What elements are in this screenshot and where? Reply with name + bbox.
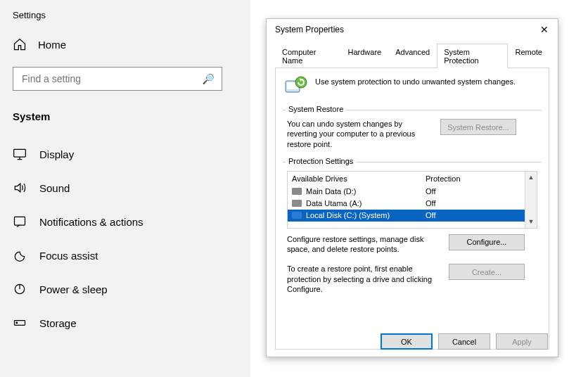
- nav-display[interactable]: Display: [13, 143, 238, 165]
- tab-hardware[interactable]: Hardware: [341, 44, 389, 68]
- display-icon: [13, 147, 27, 161]
- drive-name: Local Disk (C:) (System): [306, 211, 390, 219]
- tab-computer-name[interactable]: Computer Name: [275, 44, 341, 68]
- drive-protection: Off: [426, 187, 532, 196]
- drive-row[interactable]: Main Data (D:) Off: [288, 186, 537, 198]
- drive-icon: [292, 212, 302, 219]
- scrollbar[interactable]: ▲ ▼: [525, 172, 537, 228]
- close-button[interactable]: ✕: [538, 24, 551, 35]
- cancel-button[interactable]: Cancel: [438, 333, 490, 350]
- nav-sound[interactable]: Sound: [13, 177, 238, 198]
- drive-protection: Off: [426, 211, 532, 219]
- system-properties-dialog: System Properties ✕ Computer Name Hardwa…: [266, 18, 558, 357]
- svg-rect-0: [14, 149, 26, 157]
- drives-list[interactable]: Available Drives Protection Main Data (D…: [287, 171, 537, 229]
- shield-restore-icon: [283, 75, 308, 100]
- search-input[interactable]: [20, 72, 189, 85]
- nav-storage[interactable]: Storage: [13, 312, 238, 333]
- intro-text: Use system protection to undo unwanted s…: [315, 75, 516, 86]
- settings-title: Settings: [13, 10, 238, 20]
- search-icon: 🔍: [203, 73, 215, 84]
- home-icon: [13, 37, 27, 51]
- create-text: To create a restore point, first enable …: [287, 264, 442, 294]
- sound-icon: [13, 181, 27, 195]
- dialog-footer: OK Cancel Apply: [381, 333, 548, 350]
- notifications-icon: [13, 215, 27, 229]
- nav-label: Focus assist: [39, 250, 98, 262]
- home-label: Home: [38, 39, 66, 51]
- protection-settings-legend: Protection Settings: [286, 157, 356, 165]
- nav-label: Notifications & actions: [39, 216, 143, 228]
- create-button[interactable]: Create...: [449, 264, 525, 280]
- ok-button[interactable]: OK: [381, 333, 433, 350]
- protection-settings-group: Protection Settings Available Drives Pro…: [283, 162, 542, 297]
- nav-focus-assist[interactable]: Focus assist: [13, 245, 238, 266]
- system-restore-legend: System Restore: [286, 105, 346, 113]
- home-nav[interactable]: Home: [13, 37, 238, 51]
- drive-icon: [292, 188, 302, 195]
- dialog-title: System Properties: [275, 25, 344, 34]
- nav-notifications[interactable]: Notifications & actions: [13, 211, 238, 232]
- scroll-down-icon[interactable]: ▼: [525, 216, 537, 228]
- drive-name: Data Utama (A:): [306, 199, 362, 207]
- power-icon: [13, 282, 27, 296]
- tab-advanced[interactable]: Advanced: [388, 44, 437, 68]
- svg-rect-1: [15, 217, 25, 225]
- nav-power-sleep[interactable]: Power & sleep: [13, 279, 238, 300]
- nav-label: Storage: [39, 317, 77, 329]
- apply-button[interactable]: Apply: [496, 333, 548, 350]
- storage-icon: [13, 316, 27, 330]
- configure-text: Configure restore settings, manage disk …: [287, 234, 442, 255]
- tab-strip: Computer Name Hardware Advanced System P…: [275, 43, 549, 68]
- col-protection: Protection: [426, 174, 532, 183]
- nav-label: Sound: [39, 182, 70, 194]
- drive-row[interactable]: Local Disk (C:) (System) Off: [288, 210, 537, 222]
- tab-system-protection[interactable]: System Protection: [437, 44, 508, 68]
- svg-point-4: [16, 322, 18, 324]
- tab-remote[interactable]: Remote: [508, 44, 549, 68]
- system-restore-group: System Restore You can undo system chang…: [283, 110, 542, 155]
- col-available-drives: Available Drives: [292, 174, 426, 183]
- svg-point-7: [295, 77, 307, 88]
- settings-panel: Settings Home 🔍 System Display Sound Not…: [0, 0, 250, 377]
- focus-assist-icon: [13, 248, 27, 262]
- system-protection-panel: Use system protection to undo unwanted s…: [275, 68, 549, 350]
- dialog-titlebar: System Properties ✕: [267, 19, 558, 40]
- settings-search[interactable]: 🔍: [13, 67, 222, 91]
- section-header: System: [13, 110, 238, 122]
- nav-label: Power & sleep: [39, 283, 108, 295]
- scroll-up-icon[interactable]: ▲: [525, 172, 537, 184]
- system-restore-button[interactable]: System Restore...: [440, 119, 516, 135]
- system-restore-text: You can undo system changes by reverting…: [287, 119, 433, 149]
- drive-icon: [292, 200, 302, 207]
- drive-name: Main Data (D:): [306, 187, 357, 196]
- drive-row[interactable]: Data Utama (A:) Off: [288, 198, 537, 210]
- drive-protection: Off: [426, 199, 532, 207]
- configure-button[interactable]: Configure...: [449, 234, 525, 250]
- nav-label: Display: [39, 148, 74, 160]
